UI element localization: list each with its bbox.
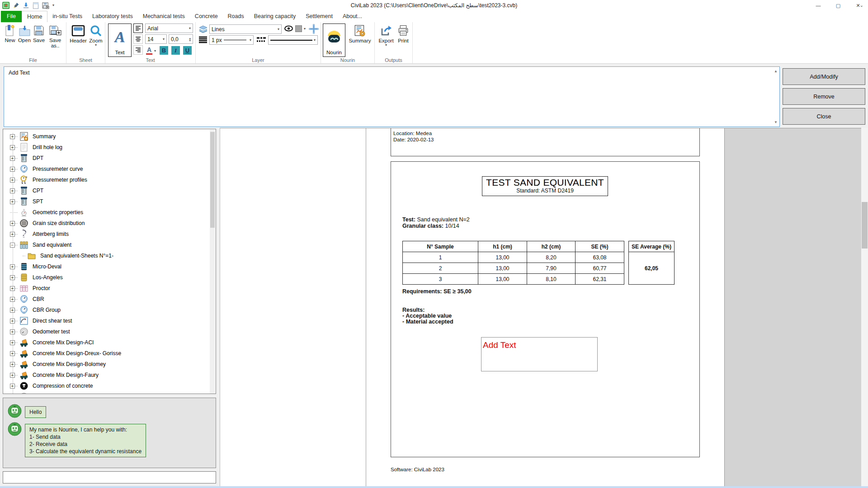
tree-item-concrete-mix-design-bolomey[interactable]: +Concrete Mix Design-Bolomey <box>8 359 106 369</box>
collapse-box-icon[interactable]: − <box>10 243 15 248</box>
expand-box-icon[interactable]: + <box>10 167 15 172</box>
tree-item-los-angeles[interactable]: +Los-Angeles <box>8 272 63 282</box>
align-center-button[interactable] <box>133 34 143 44</box>
tab-bearing-capacity[interactable]: Bearing capacity <box>249 11 301 22</box>
ribbon-collapse-caret-icon[interactable]: ⌄ <box>860 3 863 8</box>
tree-item-concrete-mix-design-faury[interactable]: +Concrete Mix Design-Faury <box>8 370 99 380</box>
nourin-chat-input[interactable] <box>3 471 216 483</box>
tab-file[interactable]: File <box>1 11 22 22</box>
close-button[interactable]: Close <box>783 108 865 125</box>
document-viewer[interactable]: Client: DTP Location: Medea Date: 2020-0… <box>220 128 861 486</box>
expand-box-icon[interactable]: + <box>10 351 15 356</box>
font-color-button[interactable]: A <box>145 46 153 55</box>
tree-item-cbr-group[interactable]: +CBR Group <box>8 305 61 315</box>
tab-laboratory-tests[interactable]: Laboratory tests <box>87 11 138 22</box>
scroll-up-icon[interactable]: ▲ <box>774 69 778 73</box>
quick-new-icon[interactable] <box>33 2 39 9</box>
expand-box-icon[interactable]: + <box>10 297 15 302</box>
align-right-button[interactable] <box>133 45 143 55</box>
annotation-text-box[interactable]: Add Text <box>481 337 598 371</box>
tree-item-geometric-properties[interactable]: Geometric properties <box>8 207 83 217</box>
layer-color-caret-icon[interactable]: ▾ <box>304 27 306 31</box>
tree-item-summary[interactable]: +Summary <box>8 131 56 141</box>
expand-box-icon[interactable]: + <box>10 221 15 226</box>
tree-item-cpt[interactable]: +CPT <box>8 186 43 196</box>
align-left-button[interactable] <box>133 23 143 33</box>
expand-box-icon[interactable]: + <box>10 275 15 280</box>
expand-box-icon[interactable]: + <box>10 156 15 161</box>
nourin-button[interactable]: Nourin <box>323 23 345 57</box>
expand-box-icon[interactable]: + <box>10 145 15 150</box>
line-style-select[interactable]: ▾ <box>268 35 318 45</box>
remove-button[interactable]: Remove <box>783 88 865 105</box>
tab-concrete[interactable]: Concrete <box>190 11 223 22</box>
tree-item-pressuremeter-profiles[interactable]: +Pressuremeter profiles <box>8 175 87 185</box>
summary-button[interactable]: Summary <box>347 24 373 43</box>
open-button[interactable]: Open <box>17 24 32 43</box>
expand-box-icon[interactable]: + <box>10 178 15 183</box>
layer-select[interactable]: Lines ▾ <box>209 24 282 34</box>
tree-item-drill-hole-log[interactable]: +Drill hole log <box>8 142 62 152</box>
print-button[interactable]: Print <box>396 24 411 43</box>
spinner-arrows-icon[interactable]: ▴▾ <box>189 37 191 42</box>
tree-item-direct-shear-test[interactable]: +Direct shear test <box>8 316 72 326</box>
tree-item-partial[interactable] <box>8 392 33 394</box>
expand-box-icon[interactable]: + <box>10 232 15 237</box>
tree-item-atterberg-limits[interactable]: +Atterberg limits <box>8 229 69 239</box>
export-caret-icon[interactable]: ▾ <box>385 43 387 47</box>
bold-button[interactable]: B <box>160 46 168 55</box>
expand-box-icon[interactable]: + <box>10 264 15 269</box>
maximize-button[interactable]: ▢ <box>828 0 848 11</box>
tree-item-cbr[interactable]: +CBR <box>8 294 44 304</box>
tab-home[interactable]: Home <box>22 11 47 22</box>
expand-box-icon[interactable]: + <box>10 319 15 324</box>
header-button[interactable]: Header <box>69 24 87 43</box>
zoom-button[interactable]: Zoom ▾ <box>88 24 104 47</box>
zoom-caret-icon[interactable]: ▾ <box>95 43 97 47</box>
text-button[interactable]: A Text <box>108 23 132 57</box>
tab-mechanical-tests[interactable]: Mechanical tests <box>138 11 190 22</box>
viewer-vertical-scrollbar[interactable] <box>861 128 868 486</box>
quick-saveas-icon[interactable] <box>42 2 49 9</box>
tree-scrollbar-thumb[interactable] <box>210 132 215 228</box>
tree-item-micro-deval[interactable]: +Micro-Deval <box>8 262 61 272</box>
font-family-select[interactable]: Arial ▾ <box>145 23 193 33</box>
tree-scrollbar[interactable] <box>210 130 215 394</box>
add-text-input[interactable]: Add Text ▲ ▼ <box>4 66 780 127</box>
tree-item-sand-equivalent-sheets-n-1[interactable]: Sand equivalent-Sheets N°=1- <box>8 251 113 261</box>
font-size-select[interactable]: 14 ▾ <box>145 34 167 44</box>
export-button[interactable]: Export ▾ <box>377 24 396 47</box>
expand-box-icon[interactable]: + <box>10 134 15 139</box>
underline-button[interactable]: U <box>183 46 192 55</box>
tree-item-spt[interactable]: +SPT <box>8 197 43 206</box>
save-button[interactable]: Save <box>32 24 46 43</box>
minimize-button[interactable]: — <box>808 0 828 11</box>
layer-visibility-eye-icon[interactable] <box>284 25 293 32</box>
layer-color-swatch[interactable] <box>295 25 302 32</box>
tree-item-sand-equivalent[interactable]: −Sand equivalent <box>8 240 71 250</box>
quick-import-icon[interactable] <box>23 2 29 9</box>
expand-box-icon[interactable]: + <box>10 308 15 313</box>
tree-item-concrete-mix-design-dreux-gorisse[interactable]: +Concrete Mix Design-Dreux- Gorisse <box>8 348 121 358</box>
tab-roads[interactable]: Roads <box>223 11 249 22</box>
font-color-caret-icon[interactable]: ▾ <box>154 49 156 53</box>
quick-pen-icon[interactable] <box>13 2 19 9</box>
tab-about[interactable]: About... <box>338 11 367 22</box>
close-window-button[interactable]: ✕ <box>848 0 868 11</box>
new-button[interactable]: New <box>3 24 17 43</box>
tree-item-dpt[interactable]: +DPT <box>8 153 43 163</box>
tree-item-pressuremeter-curve[interactable]: +Pressuremeter curve <box>8 164 83 174</box>
scroll-down-icon[interactable]: ▼ <box>774 120 778 124</box>
tab-settlement[interactable]: Settlement <box>301 11 338 22</box>
save-as-button[interactable]: Save as.. <box>46 24 64 48</box>
expand-box-icon[interactable]: + <box>10 362 15 367</box>
tree-item-grain-size-distribution[interactable]: +Grain size distribution <box>8 218 85 228</box>
add-modify-button[interactable]: Add/Modify <box>783 68 865 85</box>
expand-box-icon[interactable]: + <box>10 373 15 378</box>
add-layer-plus-icon[interactable] <box>309 24 319 34</box>
tree-item-compression-of-concrete[interactable]: +Compression of concrete <box>8 381 93 391</box>
quickbar-caret-icon[interactable]: ▾ <box>52 4 54 7</box>
line-width-select[interactable]: 1 px ▾ <box>209 35 254 45</box>
expand-box-icon[interactable]: + <box>10 384 15 389</box>
italic-button[interactable]: I <box>171 46 180 55</box>
